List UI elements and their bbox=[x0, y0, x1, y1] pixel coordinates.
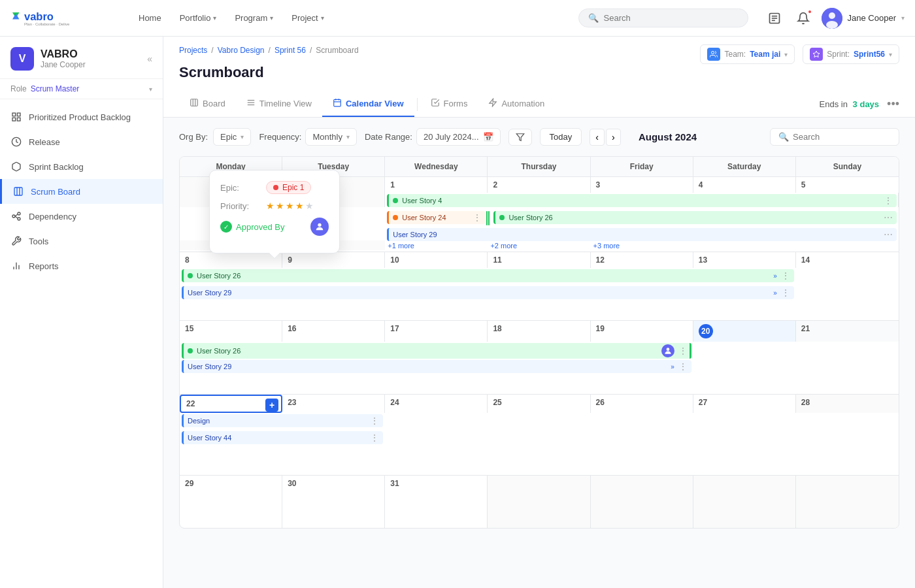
global-search-bar[interactable]: 🔍 bbox=[578, 8, 748, 27]
frequency-dropdown[interactable]: Monthly ▾ bbox=[305, 128, 357, 146]
nav-home[interactable]: Home bbox=[131, 9, 169, 27]
sidebar-item-reports[interactable]: Reports bbox=[0, 253, 163, 278]
tab-calendar[interactable]: Calendar View bbox=[322, 91, 414, 117]
sidebar-item-tools[interactable]: Tools bbox=[0, 229, 163, 253]
w1-more-fri[interactable]: +3 more bbox=[591, 240, 693, 250]
nav-program[interactable]: Program ▾ bbox=[227, 9, 281, 27]
prev-month-button[interactable]: ‹ bbox=[590, 129, 605, 146]
approved-text: Approved By bbox=[236, 222, 284, 232]
story4-bar[interactable]: User Story 4 ⋮ bbox=[385, 194, 899, 208]
sidebar-item-backlog[interactable]: Prioritized Product Backlog bbox=[0, 105, 163, 129]
star-1: ★ bbox=[266, 201, 274, 211]
nav-portfolio[interactable]: Portfolio ▾ bbox=[172, 9, 225, 27]
epic-tag[interactable]: Epic 1 bbox=[266, 181, 311, 194]
calendar-search[interactable]: 🔍 bbox=[770, 128, 899, 146]
sidebar-collapse-button[interactable]: « bbox=[147, 54, 152, 64]
sidebar-item-backlog-label: Prioritized Product Backlog bbox=[29, 112, 131, 122]
s26-label-w2: User Story 26 bbox=[197, 272, 241, 280]
role-chevron[interactable]: ▾ bbox=[149, 86, 152, 93]
sidebar-item-dependency[interactable]: Dependency bbox=[0, 204, 163, 229]
user-name: Jane Cooper bbox=[848, 13, 896, 23]
story24-bar[interactable]: User Story 24 ⋮ bbox=[385, 211, 488, 225]
w1-more-wed[interactable]: +1 more bbox=[385, 240, 488, 250]
week5-thu bbox=[488, 476, 590, 528]
date22-add-button[interactable]: + bbox=[265, 399, 278, 412]
timeline-icon bbox=[246, 98, 256, 109]
story26-bar-w3[interactable]: User Story 26 ⋮ bbox=[180, 343, 693, 360]
approved-avatar bbox=[310, 218, 329, 236]
notifications-icon[interactable] bbox=[793, 8, 814, 29]
week2-wed: 10 bbox=[385, 252, 488, 268]
nav-project[interactable]: Project ▾ bbox=[284, 9, 331, 27]
s29-arrows-w3: » bbox=[671, 363, 674, 370]
story29-bar-w2[interactable]: User Story 29 » ⋮ bbox=[180, 286, 796, 301]
week5-mon: 29 bbox=[180, 476, 282, 528]
date-range-picker[interactable]: 20 July 2024... 📅 bbox=[416, 128, 501, 146]
today-button[interactable]: Today bbox=[540, 128, 582, 146]
story29-bar-w3[interactable]: User Story 29 » ⋮ bbox=[180, 360, 693, 374]
breadcrumb-vabro-design[interactable]: Vabro Design bbox=[218, 46, 265, 55]
week2-dates: 8 9 10 11 12 13 14 bbox=[180, 252, 899, 268]
top-navigation: vabro Plan · Collaborate · Deliver Home … bbox=[0, 0, 915, 37]
nav-right-area: Jane Cooper ▾ bbox=[764, 8, 905, 29]
ends-in: Ends in 3 days bbox=[820, 99, 879, 109]
design-bar[interactable]: Design ⋮ bbox=[180, 414, 385, 427]
week4-sun: 28 bbox=[796, 395, 899, 413]
story24-end-marker bbox=[486, 211, 490, 225]
filter-button[interactable] bbox=[508, 129, 532, 146]
org-by-dropdown[interactable]: Epic ▾ bbox=[213, 128, 251, 146]
calendar-search-input[interactable] bbox=[793, 132, 891, 142]
sidebar-item-reports-label: Reports bbox=[29, 261, 59, 271]
page-title: Scrumboard bbox=[179, 64, 264, 89]
week1-cell-sat: 4 bbox=[693, 177, 796, 193]
calendar-icon bbox=[333, 98, 342, 109]
frequency-chevron: ▾ bbox=[346, 133, 350, 140]
tab-automation[interactable]: Automation bbox=[478, 91, 555, 117]
story26-more: ⋯ bbox=[884, 212, 893, 223]
ends-in-days: 3 days bbox=[853, 99, 879, 109]
grid-icon bbox=[10, 111, 22, 123]
org-by-value: Epic bbox=[220, 132, 237, 142]
page-title-row: Projects / Vabro Design / Sprint 56 / Sc… bbox=[179, 44, 899, 64]
breadcrumb-sprint56[interactable]: Sprint 56 bbox=[274, 46, 306, 55]
sidebar-item-sprint-backlog[interactable]: Sprint Backlog bbox=[0, 154, 163, 179]
tab-board[interactable]: Board bbox=[179, 91, 236, 117]
cal-search-icon: 🔍 bbox=[778, 132, 789, 142]
w1-more-thu[interactable]: +2 more bbox=[488, 240, 590, 250]
sidebar-item-scrum-board[interactable]: Scrum Board bbox=[0, 179, 163, 204]
next-month-button[interactable]: › bbox=[606, 129, 621, 146]
sprint-badge[interactable]: Sprint: Sprint56 ▾ bbox=[803, 44, 899, 64]
frequency-selector: Frequency: Monthly ▾ bbox=[259, 128, 357, 146]
calendar-month-label: August 2024 bbox=[629, 131, 707, 142]
tabs-more-button[interactable]: ••• bbox=[887, 97, 899, 111]
date-range-label: Date Range: bbox=[365, 132, 412, 142]
story26-bar-w2[interactable]: User Story 26 » ⋮ bbox=[180, 269, 796, 284]
week5-wed: 31 bbox=[385, 476, 488, 528]
popup-epic-row: Epic: Epic 1 bbox=[220, 181, 329, 194]
breadcrumb: Projects / Vabro Design / Sprint 56 / Sc… bbox=[179, 46, 359, 55]
story26-dot bbox=[499, 215, 505, 220]
tab-timeline[interactable]: Timeline View bbox=[236, 91, 322, 117]
user-avatar-area[interactable]: Jane Cooper ▾ bbox=[822, 8, 905, 29]
week3-sun: 21 bbox=[796, 321, 899, 342]
week3-fri: 19 bbox=[591, 321, 693, 342]
week-row-2: 8 9 10 11 12 13 14 User Story 26 bbox=[180, 252, 899, 321]
global-search-input[interactable] bbox=[604, 13, 739, 23]
project-info: VABRO Jane Cooper bbox=[41, 48, 86, 69]
team-badge[interactable]: Team: Team jai ▾ bbox=[700, 44, 795, 64]
logo[interactable]: vabro Plan · Collaborate · Deliver bbox=[10, 7, 115, 30]
breadcrumb-projects[interactable]: Projects bbox=[179, 46, 207, 55]
week3-events: User Story 26 ⋮ bbox=[180, 342, 899, 394]
story26-bar-w1[interactable]: User Story 26 ⋯ bbox=[491, 211, 899, 225]
week1-cell-fri: 3 bbox=[591, 177, 693, 193]
svg-text:Plan · Collaborate · Deliver: Plan · Collaborate · Deliver bbox=[24, 22, 69, 25]
week4-mon-22: 22 + bbox=[180, 395, 282, 413]
tab-forms[interactable]: Forms bbox=[420, 91, 478, 117]
notes-icon[interactable] bbox=[764, 8, 785, 29]
week5-sun bbox=[796, 476, 899, 528]
sidebar-item-release[interactable]: Release bbox=[0, 129, 163, 154]
story44-bar[interactable]: User Story 44 ⋮ bbox=[180, 431, 385, 444]
s26-more-w2: ⋮ bbox=[781, 270, 790, 281]
week4-dates: 22 + 23 24 25 26 27 28 bbox=[180, 395, 899, 413]
week3-thu: 18 bbox=[488, 321, 590, 342]
